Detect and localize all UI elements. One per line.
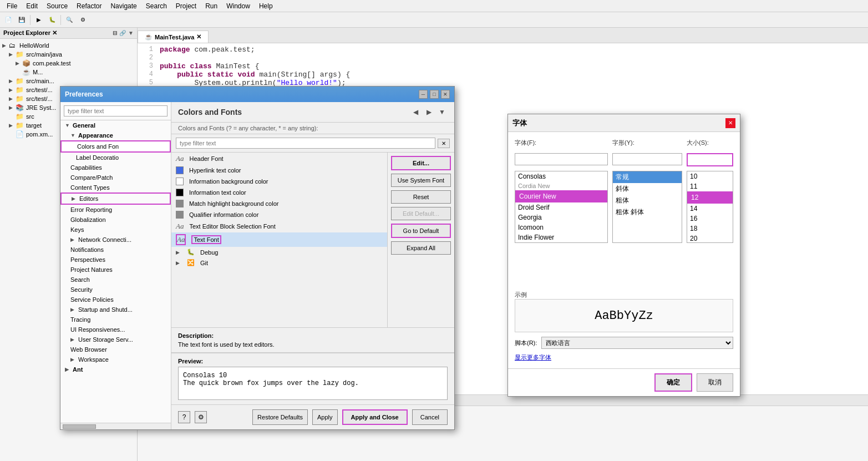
- font-item-qualifier-color[interactable]: Qualifier information color: [171, 209, 387, 220]
- pref-nav-editors[interactable]: ▶ Editors: [60, 192, 171, 205]
- pref-nav-compare-patch[interactable]: Compare/Patch: [60, 173, 171, 183]
- font-item-git[interactable]: ▶ 🔀 Git: [171, 257, 387, 268]
- pref-nav-ant[interactable]: ▶ Ant: [60, 364, 171, 374]
- font-entry-droid-serif[interactable]: Droid Serif: [515, 202, 607, 212]
- menu-search[interactable]: Search: [141, 1, 171, 11]
- close-button[interactable]: ✕: [441, 90, 450, 99]
- font-style-list[interactable]: 常规 斜体 粗体 粗体 斜体: [612, 171, 682, 243]
- pref-nav-search[interactable]: Search: [60, 275, 171, 285]
- pref-nav-colors-fonts[interactable]: Colors and Fon: [60, 140, 171, 153]
- font-dialog-close-button[interactable]: ✕: [725, 118, 735, 128]
- apply-close-button[interactable]: Apply and Close: [342, 409, 408, 425]
- toolbar-debug[interactable]: 🐛: [46, 14, 58, 26]
- edit-default-button[interactable]: Edit Default...: [391, 207, 451, 220]
- font-size-list[interactable]: 10 11 12 14 16 18 20: [687, 171, 733, 243]
- size-entry-12[interactable]: 12: [687, 191, 733, 204]
- pref-filter-input[interactable]: [64, 105, 167, 116]
- collapse-all-icon[interactable]: ⊟: [113, 30, 117, 36]
- show-more-fonts-link[interactable]: 显示更多字体: [515, 353, 733, 362]
- pref-nav-user-storage[interactable]: ▶ User Storage Serv...: [60, 335, 171, 345]
- menu-file[interactable]: File: [2, 1, 22, 11]
- pref-nav-content-types[interactable]: Content Types: [60, 183, 171, 192]
- pref-nav-general[interactable]: ▼ General: [60, 120, 171, 130]
- size-entry-11[interactable]: 11: [687, 181, 733, 191]
- edit-button[interactable]: Edit...: [391, 156, 451, 170]
- pref-nav-notifications[interactable]: Notifications: [60, 245, 171, 255]
- back-button[interactable]: ◀: [410, 107, 421, 118]
- use-system-font-button[interactable]: Use System Font: [391, 174, 451, 187]
- maximize-button[interactable]: □: [430, 90, 439, 99]
- font-item-debug[interactable]: ▶ 🐛 Debug: [171, 247, 387, 257]
- forward-button[interactable]: ▶: [423, 107, 434, 118]
- tab-maintest[interactable]: ☕ MainTest.java ✕: [138, 31, 209, 43]
- menu-project[interactable]: Project: [171, 1, 201, 11]
- font-entry-indie-flower[interactable]: Indie Flower: [515, 232, 607, 242]
- pref-nav-tracing[interactable]: Tracing: [60, 315, 171, 325]
- font-item-info-bg-color[interactable]: Information background color: [171, 176, 387, 187]
- font-item-hyperlink-color[interactable]: Hyperlink text color: [171, 165, 387, 176]
- pref-nav-project-natures[interactable]: Project Natures: [60, 265, 171, 275]
- pref-nav-web-browser[interactable]: Web Browser: [60, 345, 171, 354]
- style-entry-bold-italic[interactable]: 粗体 斜体: [613, 206, 682, 218]
- font-entry-consolas[interactable]: Consolas: [515, 171, 607, 181]
- menu-run[interactable]: Run: [201, 1, 222, 11]
- font-entry-icomoon[interactable]: Icomoon: [515, 222, 607, 232]
- filter-clear-button[interactable]: ✕: [438, 139, 450, 148]
- font-entry-georgia[interactable]: Georgia: [515, 212, 607, 222]
- pref-nav-startup-shutdown[interactable]: ▶ Startup and Shutd...: [60, 305, 171, 315]
- help-icon-button[interactable]: ?: [178, 411, 190, 423]
- pref-nav-workspace[interactable]: ▶ Workspace: [60, 354, 171, 364]
- font-item-text-font[interactable]: Aa Text Font: [171, 232, 387, 247]
- menu-navigate[interactable]: Navigate: [106, 1, 141, 11]
- pref-nav-perspectives[interactable]: Perspectives: [60, 255, 171, 265]
- font-ok-button[interactable]: 确定: [654, 373, 692, 392]
- pref-nav-security[interactable]: Security: [60, 285, 171, 295]
- tree-item-helloworld[interactable]: ▶ 🗂 HelloWorld: [0, 41, 137, 50]
- font-item-info-text-color[interactable]: Information text color: [171, 187, 387, 198]
- tab-close-icon[interactable]: ✕: [196, 33, 201, 40]
- reset-button[interactable]: Reset: [391, 190, 451, 204]
- link-with-editor-icon[interactable]: 🔗: [119, 30, 126, 36]
- font-filter-input[interactable]: [176, 138, 435, 149]
- pref-nav-globalization[interactable]: Globalization: [60, 215, 171, 225]
- minimize-button[interactable]: ─: [419, 90, 428, 99]
- size-entry-20[interactable]: 20: [687, 234, 733, 243]
- font-name-list[interactable]: Consolas Cordia New Courier New Droid Se…: [515, 171, 608, 243]
- tree-item-srcmain2[interactable]: ▶ 📁 src/main...: [0, 77, 137, 85]
- preferences-icon-button[interactable]: ⚙: [195, 411, 207, 423]
- pref-nav-keys[interactable]: Keys: [60, 225, 171, 235]
- style-entry-bold[interactable]: 粗体: [613, 195, 682, 206]
- toolbar-prefs[interactable]: ⚙: [77, 14, 89, 26]
- apply-button[interactable]: Apply: [312, 409, 338, 425]
- menu-edit[interactable]: Edit: [22, 1, 42, 11]
- font-item-header-font[interactable]: Aa Header Font: [171, 153, 387, 165]
- view-menu-icon[interactable]: ▼: [128, 30, 134, 36]
- pref-nav-capabilities[interactable]: Capabilities: [60, 163, 171, 173]
- tree-item-com-peak-test[interactable]: ▶ 📦 com.peak.test: [0, 59, 137, 68]
- menu-help[interactable]: Help: [255, 1, 277, 11]
- cancel-button[interactable]: Cancel: [412, 409, 448, 425]
- font-entry-cordia-new[interactable]: Cordia New: [515, 181, 607, 190]
- font-size-input[interactable]: 12: [687, 153, 733, 166]
- menu-source[interactable]: Source: [42, 1, 72, 11]
- font-item-match-highlight-color[interactable]: Match highlight background color: [171, 198, 387, 209]
- menu-refactor[interactable]: Refactor: [72, 1, 106, 11]
- script-select[interactable]: 西欧语言: [541, 337, 733, 349]
- size-entry-16[interactable]: 16: [687, 214, 733, 224]
- go-to-default-button[interactable]: Go to Default: [391, 224, 451, 238]
- pref-nav-network[interactable]: ▶ Network Connecti...: [60, 235, 171, 245]
- tree-item-maintest[interactable]: ☕ M...: [0, 68, 137, 77]
- font-item-text-editor-block-font[interactable]: Aa Text Editor Block Selection Font: [171, 220, 387, 232]
- pref-nav-ui-responsiveness[interactable]: UI Responsivenes...: [60, 325, 171, 335]
- size-entry-18[interactable]: 18: [687, 224, 733, 234]
- font-entry-courier-new[interactable]: Courier New: [515, 190, 607, 202]
- size-entry-10[interactable]: 10: [687, 171, 733, 181]
- style-entry-regular[interactable]: 常规: [613, 171, 682, 183]
- font-style-input[interactable]: 常规: [612, 153, 682, 165]
- menu-window[interactable]: Window: [222, 1, 255, 11]
- toolbar-search[interactable]: 🔍: [63, 14, 75, 26]
- pref-nav-error-reporting[interactable]: Error Reporting: [60, 205, 171, 215]
- pref-nav-appearance[interactable]: ▼ Appearance: [60, 130, 171, 140]
- expand-all-button[interactable]: Expand All: [391, 241, 451, 255]
- tree-item-srcmainjava[interactable]: ▶ 📁 src/main/java: [0, 50, 137, 59]
